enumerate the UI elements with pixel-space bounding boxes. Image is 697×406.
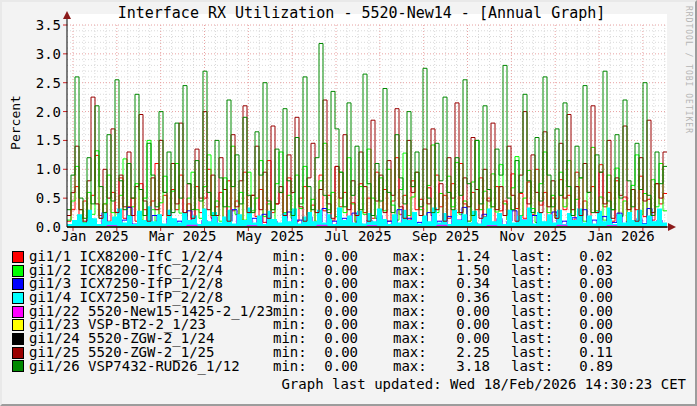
svg-text:2.5: 2.5 — [36, 75, 61, 91]
legend-last-label: last: — [511, 360, 554, 374]
svg-text:0.5: 0.5 — [36, 190, 61, 206]
legend-color-swatch — [12, 333, 24, 345]
legend-row: gi1/26 VSP7432-RUD26_1/12 min: 0.00 max:… — [2, 360, 695, 374]
legend: gi1/1 ICX8200-IfC_1/2/4 min: 0.00 max: 1… — [2, 250, 695, 373]
x-axis-arrow — [668, 223, 676, 231]
rrdtool-graph: 0.00.51.01.52.02.53.03.5Jan 2025Mar 2025… — [0, 0, 697, 406]
legend-color-swatch — [12, 278, 24, 290]
legend-color-swatch — [12, 251, 24, 263]
legend-color-swatch — [12, 347, 24, 359]
svg-text:3.0: 3.0 — [36, 46, 61, 62]
y-axis-label: Percent — [8, 88, 23, 158]
legend-color-swatch — [12, 319, 24, 331]
legend-color-swatch — [12, 265, 24, 277]
legend-min-label: min: — [273, 360, 307, 374]
svg-text:Jan 2026: Jan 2026 — [587, 228, 654, 244]
svg-text:0.0: 0.0 — [36, 219, 61, 235]
svg-text:Mar 2025: Mar 2025 — [149, 228, 216, 244]
svg-text:Sep 2025: Sep 2025 — [412, 228, 479, 244]
legend-min-value: 0.00 — [307, 360, 358, 374]
legend-color-swatch — [12, 306, 24, 318]
footer-last-updated: Graph last updated: Wed 18/Feb/2026 14:3… — [281, 376, 686, 392]
legend-color-swatch — [12, 292, 24, 304]
svg-text:1.5: 1.5 — [36, 132, 61, 148]
legend-max-label: max: — [393, 360, 427, 374]
svg-text:1.0: 1.0 — [36, 161, 61, 177]
svg-text:2.0: 2.0 — [36, 104, 61, 120]
chart-title: Interface RX Utilization - 5520-New14 - … — [28, 4, 695, 22]
rrdtool-watermark: RRDTOOL / TOBI OETIKER — [684, 6, 693, 134]
legend-last-value: 0.89 — [554, 360, 613, 374]
legend-color-swatch — [12, 360, 24, 372]
legend-max-value: 3.18 — [427, 360, 490, 374]
svg-text:Jul 2025: Jul 2025 — [324, 228, 391, 244]
legend-series-label: gi1/26 VSP7432-RUD26_1/12 — [29, 360, 273, 374]
svg-text:May 2025: May 2025 — [237, 228, 304, 244]
svg-text:Jan 2025: Jan 2025 — [61, 228, 128, 244]
svg-text:Nov 2025: Nov 2025 — [500, 228, 567, 244]
